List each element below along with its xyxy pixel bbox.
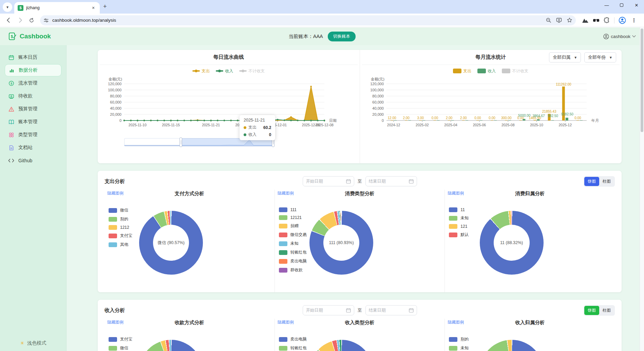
maximize-button[interactable] xyxy=(614,0,629,10)
sidebar-item-flows[interactable]: $ 流水管理 xyxy=(5,77,61,89)
switch-book-button[interactable]: 切换账本 xyxy=(328,32,356,41)
legend-item[interactable]: 收入 xyxy=(216,68,233,74)
pie-legend-item[interactable]: 微信交易 xyxy=(279,232,307,238)
pie-legend-item[interactable]: 121 xyxy=(449,224,469,229)
donut-center-label: 微信 (90.57%) xyxy=(158,240,185,246)
pie-legend-item[interactable]: 群收款 xyxy=(279,267,307,273)
pie-legend-item[interactable]: 未知 xyxy=(449,345,469,351)
donut-chart[interactable] xyxy=(309,340,373,351)
pie-legend-item[interactable]: 捐赠 xyxy=(279,223,307,229)
year-select[interactable]: 全部年份▼ xyxy=(584,52,616,62)
pie-legend-item[interactable]: 1212 xyxy=(109,225,132,230)
site-settings-icon[interactable] xyxy=(43,18,49,23)
back-icon[interactable] xyxy=(3,15,14,25)
daily-chart[interactable]: 020,00040,00060,00080,000100,000120,000金… xyxy=(100,76,358,146)
legend-item[interactable]: 支出 xyxy=(192,68,210,74)
hide-legend-link[interactable]: 隐藏图例 xyxy=(448,319,464,325)
pie-legend-item[interactable]: 卖出电脑 xyxy=(279,336,307,342)
hide-legend-link[interactable]: 隐藏图例 xyxy=(107,190,124,196)
donut-chart[interactable] xyxy=(480,340,544,351)
end-date-input[interactable] xyxy=(365,176,417,186)
extension-mountain-icon[interactable] xyxy=(582,17,589,23)
sidebar-item-github[interactable]: Github xyxy=(5,154,61,167)
pie-legend-item[interactable]: 微信 xyxy=(109,345,132,351)
flow-charts-card: 每日流水曲线 支出收入不计收支 020,00040,00060,00080,00… xyxy=(98,50,622,163)
hide-legend-link[interactable]: 隐藏图例 xyxy=(278,190,294,196)
bar-view-button[interactable]: 柱图 xyxy=(599,306,614,315)
minimize-button[interactable]: — xyxy=(599,0,614,10)
svg-text:2.00: 2.00 xyxy=(403,116,410,120)
sidebar-item-calendar[interactable]: 账本日历 xyxy=(5,51,61,63)
start-date-input[interactable] xyxy=(303,176,354,186)
zoom-icon[interactable] xyxy=(546,17,551,23)
pie-legend: 卖出电脑转账红包微信交易 xyxy=(279,336,307,351)
install-icon[interactable] xyxy=(556,17,562,23)
extension-glasses-icon[interactable] xyxy=(593,18,600,23)
pie-legend-item[interactable]: 其他 xyxy=(109,242,132,247)
donut-chart[interactable] xyxy=(139,340,203,351)
pie-legend-item[interactable]: 默认 xyxy=(449,232,469,238)
bookmark-star-icon[interactable] xyxy=(567,17,572,23)
address-bar[interactable]: cashbook.oldmoon.top/analysis xyxy=(40,15,576,25)
close-button[interactable]: ✕ xyxy=(629,0,644,10)
theme-toggle[interactable]: ☀ 浅色模式 xyxy=(0,340,66,346)
donut-chart[interactable]: 11 (88.32%) xyxy=(480,211,544,275)
pie-legend-item[interactable]: 微信 xyxy=(109,207,132,213)
browser-tab[interactable]: $ jizhang × xyxy=(14,2,100,14)
profile-avatar[interactable] xyxy=(619,17,626,24)
datazoom-handle-left[interactable] xyxy=(179,137,182,147)
hide-legend-link[interactable]: 隐藏图例 xyxy=(448,190,464,196)
scrollbar-thumb[interactable] xyxy=(641,29,643,132)
donut-chart[interactable]: 微信 (90.57%) xyxy=(139,211,203,275)
hide-legend-link[interactable]: 隐藏图例 xyxy=(107,319,124,325)
attribution-select[interactable]: 全部归属▼ xyxy=(549,52,581,62)
user-name: cashbook xyxy=(611,34,630,39)
pie-legend-item[interactable]: 转账红包 xyxy=(279,250,307,255)
app-logo[interactable]: $ Cashbook xyxy=(8,32,51,41)
pie-legend-item[interactable]: 卖出电脑 xyxy=(279,258,307,264)
pie-legend-item[interactable]: 未知 xyxy=(279,241,307,246)
pie-title: 消费类型分析 xyxy=(275,190,445,197)
menu-kebab-icon[interactable]: ⋮ xyxy=(631,17,637,23)
start-date-input[interactable] xyxy=(303,305,354,315)
monthly-chart[interactable]: 020,00040,00060,00080,000100,000120,000金… xyxy=(362,76,620,135)
refresh-icon[interactable] xyxy=(26,15,37,25)
new-tab-button[interactable]: + xyxy=(103,3,107,10)
sidebar-item-docs[interactable]: 文档站 xyxy=(5,142,61,154)
pie-legend-item[interactable]: 别的 xyxy=(449,336,469,342)
pie-legend-item[interactable]: 111 xyxy=(279,207,307,212)
forward-icon[interactable] xyxy=(15,15,25,25)
end-date-input[interactable] xyxy=(365,305,417,315)
donut-chart[interactable]: 111 (80.93%) xyxy=(309,211,373,275)
pie-legend-item[interactable]: 11 xyxy=(449,207,469,212)
pie-legend-item[interactable]: 支付宝 xyxy=(109,336,132,342)
sidebar-item-budget[interactable]: 预算管理 xyxy=(5,103,61,115)
hide-legend-link[interactable]: 隐藏图例 xyxy=(278,319,294,325)
tab-close-icon[interactable]: × xyxy=(90,5,96,11)
pie-legend-item[interactable]: 转账红包 xyxy=(279,345,307,351)
sidebar-item-types[interactable]: 类型管理 xyxy=(5,129,61,141)
sidebar-item-analysis[interactable]: 数据分析 xyxy=(5,64,61,76)
sidebar-item-receivables[interactable]: 待收款 xyxy=(5,90,61,102)
legend-item[interactable]: 收入 xyxy=(477,68,496,74)
svg-text:金额(元): 金额(元) xyxy=(109,77,122,81)
url-text[interactable]: cashbook.oldmoon.top/analysis xyxy=(52,18,542,23)
pie-view-button[interactable]: 饼图 xyxy=(584,177,599,186)
legend-item[interactable]: 不计收支 xyxy=(502,68,528,74)
sidebar-item-books[interactable]: 账本管理 xyxy=(5,116,61,128)
legend-item[interactable]: 不计收支 xyxy=(239,68,265,74)
tab-strip: ▾ $ jizhang × + — ✕ xyxy=(0,0,644,14)
page-scrollbar[interactable] xyxy=(640,27,644,351)
legend-item[interactable]: 支出 xyxy=(453,68,471,74)
pie-legend-item[interactable]: 支付宝 xyxy=(109,233,132,239)
extensions-puzzle-icon[interactable] xyxy=(604,17,610,23)
tab-search-icon[interactable]: ▾ xyxy=(3,2,12,12)
coin-icon: $ xyxy=(8,80,14,86)
user-menu[interactable]: cashbook xyxy=(603,34,636,39)
pie-view-button[interactable]: 饼图 xyxy=(584,306,599,315)
bar-view-button[interactable]: 柱图 xyxy=(599,177,614,186)
pie-legend-item[interactable]: 12121 xyxy=(279,215,307,220)
pie-legend-item[interactable]: 未知 xyxy=(449,215,469,221)
pie-legend-item[interactable]: 别的 xyxy=(109,216,132,222)
svg-text:0.00: 0.00 xyxy=(574,116,581,120)
